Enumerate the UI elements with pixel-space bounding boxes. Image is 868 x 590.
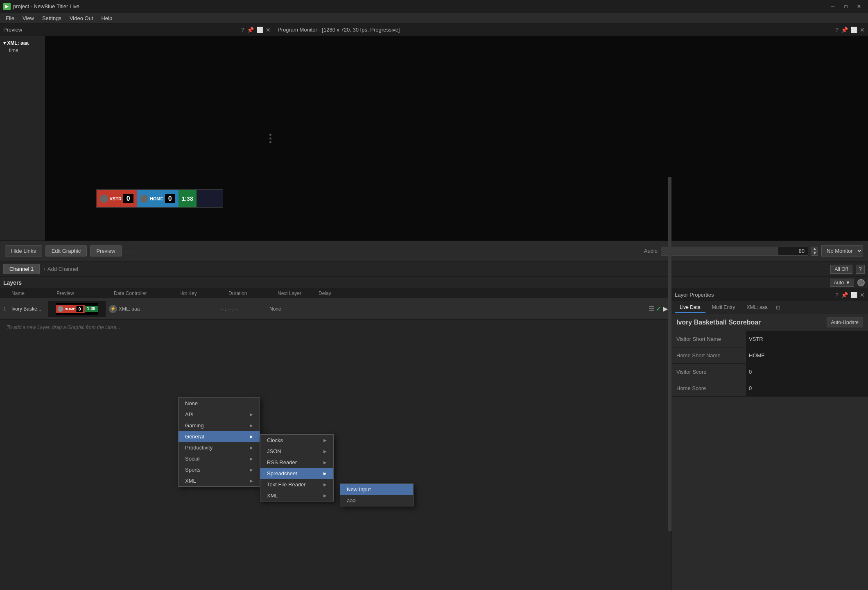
home-short-name-input[interactable] [745, 347, 868, 363]
props-expand-icon[interactable]: ⬜ [850, 292, 857, 298]
props-help-icon[interactable]: ? [835, 292, 839, 298]
ctx-gaming[interactable]: Gaming ▶ [179, 420, 260, 431]
menu-settings[interactable]: Settings [38, 14, 66, 22]
visitor-short-name-input[interactable] [745, 331, 868, 347]
ctx-new-input[interactable]: New Input [340, 484, 413, 495]
app-icon-text: ▶ [5, 4, 9, 9]
tree-item-xml[interactable]: ▾ XML: aaa [3, 39, 42, 47]
menu-file[interactable]: File [2, 14, 18, 22]
menu-videoout[interactable]: Video Out [66, 14, 97, 22]
home-score-input[interactable] [745, 380, 868, 396]
ctx-clocks-label: Clocks [267, 437, 283, 443]
props-close-icon[interactable]: ✕ [860, 292, 865, 298]
channel-help-button[interactable]: ? [856, 265, 865, 274]
menu-view[interactable]: View [18, 14, 38, 22]
ctx-xml-label: XML [185, 478, 196, 484]
visitor-score-input[interactable] [745, 364, 868, 380]
visitor-name: VSTR [110, 196, 122, 201]
ctx-general[interactable]: General ▶ [179, 431, 260, 442]
ctx-sports[interactable]: Sports ▶ [179, 464, 260, 475]
layer-action-controls: ☰ ✓ ▶ [649, 305, 668, 313]
dc-name: XML: aaa [119, 306, 140, 312]
preview-expand-icon[interactable]: ⬜ [256, 27, 263, 33]
ctx-xml2[interactable]: XML ▶ [260, 490, 333, 501]
col-preview-header: Preview [57, 290, 114, 296]
ctx-json-arrow: ▶ [323, 449, 327, 454]
tab-xml-aaa[interactable]: XML: aaa [741, 303, 772, 313]
tree-item-time[interactable]: time [3, 47, 42, 54]
ctx-textfile-label: Text File Reader [267, 481, 306, 488]
audio-arrows: ▲ ▼ [811, 247, 818, 256]
ctx-rss[interactable]: RSS Reader ▶ [260, 457, 333, 468]
program-expand-icon[interactable]: ⬜ [850, 27, 857, 33]
col-hotkey-header: Hot Key [179, 290, 228, 296]
edit-graphic-button[interactable]: Edit Graphic [45, 245, 87, 256]
preview-panel-header: Preview ? 📌 ⬜ ✕ [0, 24, 274, 36]
props-scrollbar[interactable] [668, 289, 671, 531]
visitor-section: VSTR 0 [97, 190, 137, 207]
add-channel-button[interactable]: + Add Channel [43, 266, 78, 272]
maximize-button[interactable]: □ [840, 2, 852, 11]
top-row: Preview ? 📌 ⬜ ✕ ▾ XML: aaa time [0, 24, 868, 241]
program-pin-icon[interactable]: 📌 [841, 27, 848, 33]
program-help-icon[interactable]: ? [835, 27, 839, 33]
ctx-social[interactable]: Social ▶ [179, 453, 260, 464]
ctx-productivity-arrow: ▶ [250, 445, 253, 450]
monitor-select[interactable]: No Monitor [821, 245, 863, 256]
toolbar-dots: ··· [125, 249, 133, 253]
record-button[interactable] [857, 279, 865, 286]
preview-button[interactable]: Preview [90, 245, 121, 256]
visitor-score-label: Visitor Score [671, 369, 745, 375]
table-row[interactable]: 1 Ivory Baske... HOME 0 1:38 ⚡ [0, 298, 671, 320]
props-pin-icon[interactable]: 📌 [841, 292, 848, 298]
layer-list-icon[interactable]: ☰ [649, 305, 654, 313]
layers-controls: Auto ▼ [830, 279, 865, 287]
channel-1-tab[interactable]: Channel 1 [3, 264, 40, 274]
preview-close-icon[interactable]: ✕ [266, 27, 271, 33]
ctx-api-label: API [185, 411, 194, 418]
tab-multi-entry[interactable]: Multi Entry [707, 303, 740, 313]
ctx-xml[interactable]: XML ▶ [179, 475, 260, 486]
channel-controls: All Off ? [830, 265, 865, 274]
all-off-button[interactable]: All Off [830, 265, 852, 274]
tab-xml-copy-icon[interactable]: ⊡ [776, 304, 780, 311]
ctx-aaa[interactable]: aaa [340, 495, 413, 506]
ctx-spreadsheet[interactable]: Spreadsheet ▶ [260, 468, 333, 479]
window-title: project - NewBlue Titler Live [13, 3, 79, 9]
ctx-none[interactable]: None [179, 398, 260, 409]
props-tabs: Live Data Multi Entry XML: aaa ⊡ [671, 301, 868, 314]
preview-pin-icon[interactable]: 📌 [247, 27, 254, 33]
auto-select[interactable]: Auto ▼ [830, 279, 854, 287]
auto-update-button[interactable]: Auto-Update [827, 318, 863, 327]
home-short-name-label: Home Short Name [671, 352, 745, 359]
ctx-general-arrow: ▶ [250, 434, 253, 439]
ctx-clocks[interactable]: Clocks ▶ [260, 435, 333, 446]
layer-check-icon[interactable]: ✓ [656, 305, 661, 313]
ctx-api[interactable]: API ▶ [179, 409, 260, 420]
layer-play-icon[interactable]: ▶ [663, 305, 668, 313]
home-logo [140, 195, 148, 203]
program-close-icon[interactable]: ✕ [860, 27, 865, 33]
app-icon: ▶ [3, 3, 11, 10]
ctx-sports-label: Sports [185, 467, 201, 473]
preview-help-icon[interactable]: ? [241, 27, 244, 33]
audio-slider[interactable]: 80 [661, 247, 808, 256]
audio-down-button[interactable]: ▼ [811, 251, 818, 256]
visitor-short-name-label: Visitor Short Name [671, 336, 745, 342]
menu-help[interactable]: Help [97, 14, 116, 22]
close-button[interactable]: ✕ [853, 2, 865, 11]
ctx-clocks-arrow: ▶ [323, 438, 327, 442]
ctx-xml2-label: XML [267, 492, 278, 499]
home-section: HOME 0 [137, 190, 179, 207]
ctx-productivity[interactable]: Productivity ▶ [179, 442, 260, 453]
preview-panel-controls: ? 📌 ⬜ ✕ [241, 27, 271, 33]
audio-up-button[interactable]: ▲ [811, 247, 818, 251]
hide-links-button[interactable]: Hide Links [5, 245, 42, 256]
ctx-json[interactable]: JSON ▶ [260, 446, 333, 457]
visitor-score-display: 0 [123, 194, 133, 203]
ctx-new-input-label: New Input [347, 486, 371, 492]
col-dc-header: Data Controller [114, 290, 179, 296]
ctx-textfile[interactable]: Text File Reader ▶ [260, 479, 333, 490]
tab-live-data[interactable]: Live Data [675, 303, 705, 313]
minimize-button[interactable]: ─ [827, 2, 839, 11]
